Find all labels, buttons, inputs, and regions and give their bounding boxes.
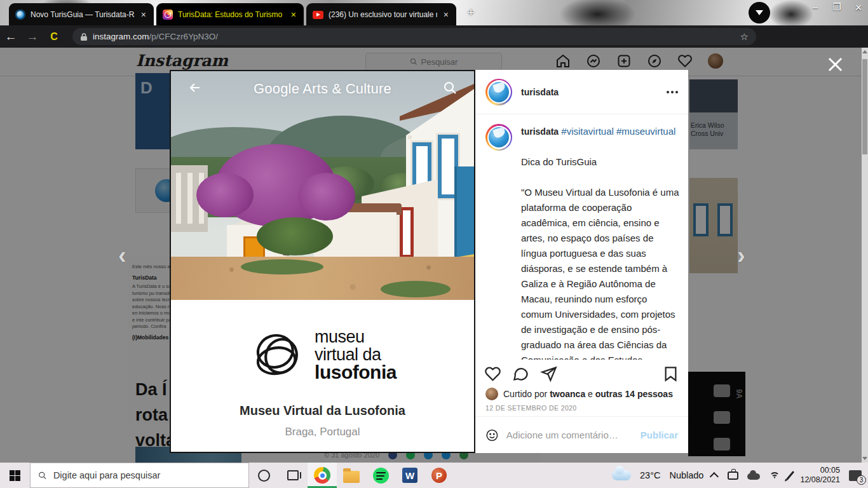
liked-user[interactable]: twoanca bbox=[550, 389, 585, 399]
notification-badge: 3 bbox=[857, 475, 866, 485]
weather-temp[interactable]: 23°C bbox=[640, 470, 660, 480]
wifi-icon[interactable] bbox=[769, 471, 780, 480]
window-minimize-button[interactable]: – bbox=[806, 1, 825, 12]
browser-tab-strip: Novo TurisGuia — Turisdata-RJ × TurisDat… bbox=[0, 0, 868, 25]
new-tab-button[interactable]: + bbox=[464, 6, 478, 20]
tab-close-icon[interactable]: × bbox=[290, 10, 297, 19]
avatar-story-ring[interactable] bbox=[485, 79, 512, 105]
word-button[interactable]: W bbox=[395, 463, 424, 488]
weather-cloud-icon[interactable] bbox=[612, 470, 631, 480]
chrome-taskbar-button[interactable] bbox=[308, 463, 337, 488]
museum-logo: museu virtual da lusofonia bbox=[171, 327, 474, 383]
comment-row: Publicar bbox=[475, 416, 688, 453]
bookmark-icon[interactable] bbox=[662, 365, 679, 383]
prev-post-chevron[interactable]: ‹ bbox=[118, 246, 126, 265]
purple-tree bbox=[196, 173, 254, 217]
taskbar-clock[interactable]: 00:05 12/08/2021 bbox=[800, 466, 840, 485]
back-arrow-icon[interactable] bbox=[187, 80, 203, 98]
window-close-button[interactable]: × bbox=[849, 1, 868, 15]
comment-icon[interactable] bbox=[512, 365, 529, 383]
start-button[interactable] bbox=[0, 463, 30, 488]
liked-others[interactable]: outras 14 pessoas bbox=[595, 389, 673, 399]
scroll-up-arrow[interactable] bbox=[862, 50, 867, 53]
taskbar-search[interactable] bbox=[30, 463, 249, 488]
scroll-down-arrow[interactable] bbox=[862, 457, 867, 460]
turisdata-avatar bbox=[489, 127, 509, 147]
street-photo: Google Arts & Culture bbox=[171, 71, 474, 300]
taskbar-tray: 23°C Nublado 00:05 12/08/2021 3 bbox=[612, 463, 868, 488]
column bbox=[176, 173, 181, 224]
tab-title: TurisData: Estudos do Turismo (@ bbox=[178, 10, 285, 19]
meet-now-icon[interactable] bbox=[728, 471, 738, 480]
notification-center-icon[interactable]: 3 bbox=[849, 470, 862, 481]
cortana-button[interactable] bbox=[249, 463, 278, 488]
onedrive-icon[interactable] bbox=[747, 473, 760, 480]
spotify-button[interactable] bbox=[366, 463, 395, 488]
search-icon bbox=[38, 471, 47, 480]
museum-card: museu virtual da lusofonia Museu Virtual… bbox=[171, 300, 474, 452]
museum-logo-text: museu virtual da lusofonia bbox=[315, 328, 397, 381]
word-icon: W bbox=[402, 468, 417, 483]
like-heart-icon[interactable] bbox=[484, 365, 501, 383]
task-view-button[interactable] bbox=[278, 463, 308, 488]
logo-line: lusofonia bbox=[315, 363, 397, 381]
avatar-story-ring[interactable] bbox=[485, 124, 512, 151]
share-plane-icon[interactable] bbox=[540, 365, 557, 383]
logo-line: museu bbox=[315, 328, 397, 346]
post-username[interactable]: turisdata bbox=[521, 87, 559, 97]
purple-tree bbox=[298, 173, 355, 220]
caption-hashtags[interactable]: #visitavirtual #museuvirtual bbox=[561, 126, 675, 137]
weather-desc[interactable]: Nublado bbox=[669, 470, 703, 480]
caption-body: "O Museu Virtual da Lusofonia é uma plat… bbox=[521, 185, 679, 360]
tray-expand-icon[interactable] bbox=[710, 472, 719, 481]
post-image: Google Arts & Culture bbox=[170, 70, 475, 453]
chrome-icon bbox=[314, 467, 330, 484]
forward-button[interactable]: → bbox=[22, 30, 43, 44]
screen: Novo TurisGuia — Turisdata-RJ × TurisDat… bbox=[0, 0, 868, 488]
emoji-smiley-icon[interactable] bbox=[485, 427, 499, 444]
taskbar-search-input[interactable] bbox=[53, 470, 241, 480]
post-details: turisdata turisdata #visitavirtual #muse… bbox=[475, 70, 688, 453]
bookmark-star-icon[interactable]: ☆ bbox=[740, 31, 749, 43]
tab-close-icon[interactable]: × bbox=[140, 10, 147, 19]
browser-toolbar: ← → C instagram.com/p/CFCzr6YpN3O/ ☆ ⋮ bbox=[0, 25, 868, 48]
page-scrollbar[interactable] bbox=[862, 48, 868, 463]
museum-title: Museu Virtual da Lusofonia bbox=[171, 403, 474, 418]
grass-patch bbox=[381, 281, 451, 297]
column bbox=[187, 173, 193, 224]
theme-smudge bbox=[559, 0, 635, 25]
windows-ink-icon[interactable] bbox=[786, 471, 794, 480]
likes-row: Curtido por twoanca e outras 14 pessoas bbox=[485, 388, 673, 400]
clock-time: 00:05 bbox=[800, 466, 840, 475]
liker-avatar[interactable] bbox=[485, 388, 498, 400]
turisguia-favicon-icon bbox=[15, 10, 25, 20]
next-post-chevron[interactable]: › bbox=[737, 246, 745, 265]
url-path: /p/CFCzr6YpN3O/ bbox=[149, 32, 219, 41]
scrollbar-thumb[interactable] bbox=[862, 59, 867, 154]
tab-turisguia[interactable]: Novo TurisGuia — Turisdata-RJ × bbox=[9, 3, 154, 25]
caption-username[interactable]: turisdata bbox=[521, 126, 559, 137]
powerpoint-icon: P bbox=[431, 468, 447, 483]
window-maximize-button[interactable]: ❐ bbox=[827, 1, 846, 13]
tab-youtube[interactable]: (236) Un esclusivo tour virtuale n × bbox=[306, 3, 456, 25]
tab-close-icon[interactable]: × bbox=[442, 10, 450, 19]
tab-instagram-active[interactable]: TurisData: Estudos do Turismo (@ × bbox=[156, 3, 304, 25]
publish-button[interactable]: Publicar bbox=[641, 430, 678, 440]
tab-title: (236) Un esclusivo tour virtuale n bbox=[329, 10, 437, 19]
close-modal-icon[interactable] bbox=[826, 55, 845, 74]
gac-search-icon[interactable] bbox=[442, 80, 458, 98]
file-explorer-button[interactable] bbox=[337, 463, 366, 488]
more-options-icon[interactable] bbox=[667, 91, 678, 93]
address-bar[interactable]: instagram.com/p/CFCzr6YpN3O/ ☆ bbox=[72, 28, 756, 45]
powerpoint-button[interactable]: P bbox=[424, 463, 454, 488]
reload-button[interactable]: C bbox=[43, 31, 65, 43]
media-controls-icon[interactable] bbox=[749, 2, 770, 24]
post-header: turisdata bbox=[475, 70, 688, 114]
museum-logo-icon bbox=[248, 327, 307, 383]
turisdata-avatar bbox=[489, 82, 509, 102]
lock-icon bbox=[80, 32, 88, 41]
caption-tip: Dica do TurisGuia bbox=[521, 154, 679, 170]
instagram-favicon-icon bbox=[163, 10, 173, 20]
back-button[interactable]: ← bbox=[0, 30, 22, 44]
comment-input[interactable] bbox=[506, 430, 633, 440]
